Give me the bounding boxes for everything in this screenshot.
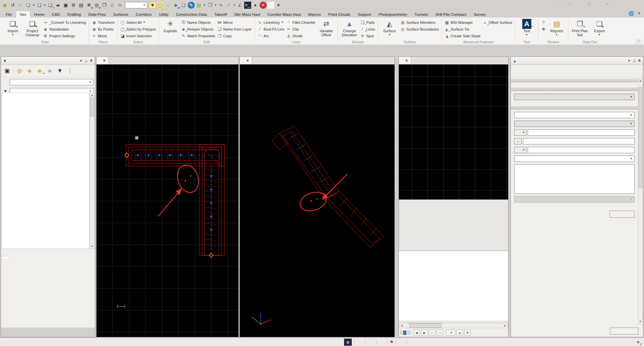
- divide-button[interactable]: ∡Divide: [286, 33, 316, 39]
- close-button[interactable]: [610, 328, 638, 335]
- layers-star-icon[interactable]: ◈★: [172, 2, 179, 9]
- redo-icon[interactable]: ↻: [17, 2, 24, 9]
- copy-button[interactable]: ❐Copy: [216, 33, 253, 39]
- section-view-tab[interactable]: ✕: [399, 57, 411, 64]
- import-button[interactable]: ❏◄Import▼: [3, 18, 23, 37]
- record-icon[interactable]: ●: [252, 2, 259, 9]
- convert-to-linestring-button[interactable]: ↪_Convert To Linestring: [42, 19, 87, 26]
- target-surface-combo[interactable]: ▼: [514, 121, 635, 127]
- ribbon-tab-cad[interactable]: CAD: [48, 11, 64, 17]
- name-combo[interactable]: ▼: [514, 156, 635, 162]
- chevron-down-icon[interactable]: ▼: [79, 59, 82, 62]
- pin-window-icon[interactable]: ▫: [553, 2, 554, 6]
- last-station-button[interactable]: ↠: [437, 330, 443, 336]
- reports-button[interactable]: ▤Reports▼: [547, 18, 566, 37]
- ribbon-tab-corridors[interactable]: Corridors: [132, 11, 155, 17]
- ribbon-tab-takeoff[interactable]: Takeoff: [211, 11, 230, 17]
- select-polygon-icon[interactable]: ▢: [157, 2, 164, 9]
- cut-ditch-width-input[interactable]: [523, 138, 635, 144]
- world-map-icon[interactable]: ◍: [344, 339, 352, 346]
- import-file-icon[interactable]: ❏: [25, 2, 32, 9]
- text-button[interactable]: A+Text▼: [517, 18, 536, 37]
- name-objects-button[interactable]: ⒶName Objects: [180, 19, 216, 26]
- close-window-icon[interactable]: ✕: [606, 2, 609, 6]
- tree-scrollbar[interactable]: ▲ ▼: [90, 93, 94, 249]
- pick-point-icon[interactable]: ◎: [15, 67, 24, 75]
- msi-manager-button[interactable]: ▦MSI Manager: [444, 19, 482, 26]
- filter-settings-icon[interactable]: ▼: [56, 67, 64, 75]
- ribbon-tab-support[interactable]: Support: [354, 11, 375, 17]
- clipboard-icon[interactable]: ▤: [195, 2, 202, 9]
- layers-icon[interactable]: ◈: [26, 67, 34, 75]
- measure-help-icon[interactable]: ∿: [218, 2, 225, 9]
- material-layers-list[interactable]: [514, 164, 635, 194]
- ribbon-tab-utility[interactable]: Utility: [155, 11, 172, 17]
- report-page-icon[interactable]: ❐: [101, 2, 108, 9]
- first-station-button[interactable]: ↞: [429, 330, 435, 336]
- layers-add-icon[interactable]: ◈+: [36, 67, 44, 75]
- lines-button[interactable]: ∕●Lines: [359, 26, 376, 32]
- export-file-icon-dropdown[interactable]: ▼: [43, 4, 46, 7]
- fill-slope-ratio-select[interactable]: ▼: [514, 147, 526, 153]
- print-plan-set-button[interactable]: ❒●Print Plan Set: [570, 18, 590, 37]
- template-scrollbar[interactable]: ▲ ▼: [638, 78, 643, 324]
- surface-boundaries-button[interactable]: ◍Surface Boundaries: [399, 26, 440, 32]
- globe-star-icon[interactable]: ◍★: [93, 2, 100, 9]
- more-icon[interactable]: ▾: [275, 2, 282, 9]
- change-elevation-button[interactable]: ▲Change Elevation: [340, 18, 359, 37]
- app-icon[interactable]: ◉: [1, 2, 8, 9]
- dock-windows-icon[interactable]: ▣: [3, 67, 11, 75]
- project-cleanup-button[interactable]: ❏✎Project Cleanup: [23, 18, 42, 37]
- layer-list-icon[interactable]: ≡▲: [634, 339, 642, 346]
- box-3d-icon[interactable]: ◇: [109, 2, 116, 9]
- side-slope-from-combo[interactable]: ▼: [514, 112, 635, 118]
- section-hscrollbar[interactable]: ◄ ►: [399, 323, 508, 328]
- export-file-icon[interactable]: ❏: [36, 2, 43, 9]
- project-settings-button[interactable]: ⚙Project Settings: [42, 33, 87, 39]
- next-station-button[interactable]: ►: [421, 330, 428, 336]
- close-icon[interactable]: ✕: [405, 59, 408, 62]
- ruler-icon-dropdown[interactable]: ▼: [233, 4, 236, 7]
- close-icon[interactable]: ✕: [103, 59, 106, 62]
- create-side-slope-button[interactable]: ◮Create Side Slope: [444, 33, 482, 39]
- plan-view-tab[interactable]: ✕: [97, 57, 109, 64]
- fillet-chamfer-button[interactable]: ◜Fillet Chamfer: [286, 19, 316, 26]
- ribbon-tab-data-prep[interactable]: Data Prep: [85, 11, 110, 17]
- select-all-button[interactable]: ▢Select All▼: [119, 19, 157, 26]
- close-icon[interactable]: ✕: [90, 58, 93, 63]
- pin-icon[interactable]: ⊥: [633, 58, 636, 63]
- mirror-button[interactable]: ⋈Mirror: [216, 19, 253, 26]
- ribbon-tab-survey[interactable]: Survey: [470, 11, 490, 17]
- plan-canvas[interactable]: [97, 64, 238, 337]
- pads-button[interactable]: ❑+Pads: [359, 19, 376, 26]
- ribbon-tab-drafting[interactable]: Drafting: [64, 11, 84, 17]
- new-file-icon[interactable]: ❏+: [47, 2, 54, 9]
- ribbon-tab-point-clouds[interactable]: Point Clouds: [325, 11, 354, 17]
- name-from-layer-button[interactable]: ❏Name from Layer: [216, 26, 253, 32]
- dimension-icon[interactable]: ∠: [236, 2, 243, 9]
- view-3d-tab[interactable]: ✕: [240, 57, 252, 64]
- options-button[interactable]: ▼: [446, 330, 455, 336]
- surface-tie-button[interactable]: ◭+Surface Tie: [444, 26, 482, 32]
- swatch-icon[interactable]: [267, 2, 274, 9]
- move-up-button[interactable]: ▲: [456, 330, 463, 336]
- surface-members-button[interactable]: ◍Surface Members: [399, 19, 440, 26]
- crosshair-button[interactable]: ✥: [540, 26, 547, 32]
- chevron-down-icon[interactable]: ▼: [628, 59, 631, 62]
- minimize-icon[interactable]: —: [568, 2, 572, 6]
- close-icon[interactable]: ✕: [638, 58, 641, 63]
- ribbon-tab-file[interactable]: File: [2, 11, 16, 17]
- cut-slope-input[interactable]: [528, 129, 635, 136]
- console-icon[interactable]: >_: [244, 2, 251, 9]
- offset-surface-button[interactable]: ◒●Offset Surface: [482, 19, 513, 26]
- ribbon-tab-drill-pile-compact[interactable]: Drill Pile Compact: [432, 11, 470, 17]
- flag-question-button[interactable]: ?: [540, 19, 547, 26]
- layers-query-icon[interactable]: ◈: [46, 67, 54, 75]
- ribbon-tab-surfaces[interactable]: Surfaces: [109, 11, 132, 17]
- open-folder-icon[interactable]: ▰: [54, 2, 62, 9]
- ruler-icon[interactable]: ∕: [225, 2, 232, 9]
- tab-point[interactable]: [2, 256, 9, 258]
- mesh-icon[interactable]: ≋: [116, 2, 123, 9]
- ribbon-tab-photogrammetry[interactable]: Photogrammetry: [375, 11, 411, 17]
- transform-button[interactable]: ◉Transform: [91, 19, 116, 26]
